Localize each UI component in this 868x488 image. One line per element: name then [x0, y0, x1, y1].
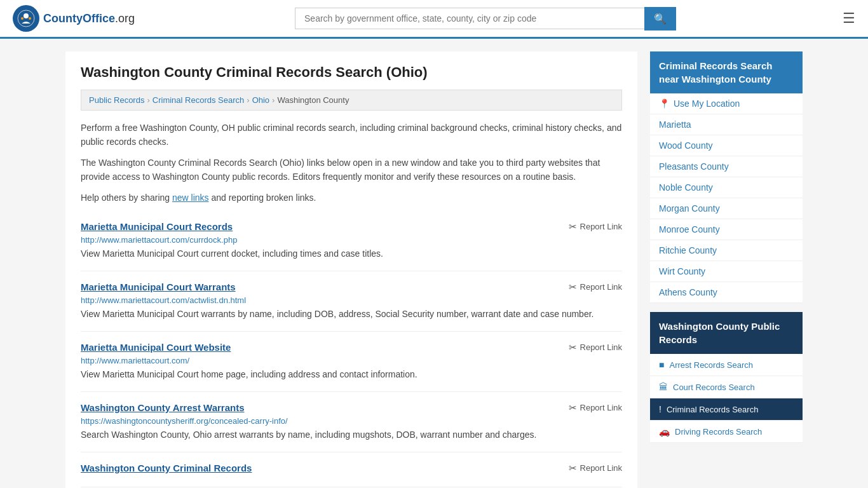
record-title-1[interactable]: Marietta Municipal Court Records [81, 221, 233, 232]
use-my-location-item[interactable]: 📍 Use My Location [650, 93, 803, 114]
svg-point-1 [24, 13, 29, 18]
record-entry-1: Marietta Municipal Court Records ✂ Repor… [81, 211, 622, 271]
criminal-icon: ! [659, 404, 661, 414]
report-icon-4: ✂ [569, 402, 577, 414]
location-icon: 📍 [659, 98, 670, 109]
pleasants-county-link[interactable]: Pleasants County [659, 161, 729, 172]
record-title-3[interactable]: Marietta Municipal Court Website [81, 342, 231, 353]
search-area: 🔍 [295, 7, 676, 30]
record-url-2[interactable]: http://www.mariettacourt.com/actwlist.dn… [81, 295, 622, 305]
logo-icon [13, 5, 39, 32]
nearby-item-morgan[interactable]: Morgan County [650, 198, 803, 219]
breadcrumb-criminal-records[interactable]: Criminal Records Search [153, 95, 245, 105]
breadcrumb-ohio[interactable]: Ohio [252, 95, 269, 105]
report-label-2: Report Link [580, 282, 622, 292]
nearby-item-ritchie[interactable]: Ritchie County [650, 240, 803, 261]
breadcrumb: Public Records › Criminal Records Search… [81, 90, 622, 111]
sep-2: › [247, 95, 249, 105]
driving-icon: 🚗 [659, 426, 670, 437]
record-url-1[interactable]: http://www.mariettacourt.com/currdock.ph… [81, 235, 622, 245]
logo-area: CountyOffice.org [13, 5, 135, 32]
new-links-link[interactable]: new links [172, 193, 209, 203]
record-desc-2: View Marietta Municipal Court warrants b… [81, 308, 622, 321]
court-icon: 🏛 [659, 382, 668, 392]
nearby-item-wirt[interactable]: Wirt County [650, 261, 803, 282]
record-entry-3: Marietta Municipal Court Website ✂ Repor… [81, 332, 622, 392]
report-link-3[interactable]: ✂ Report Link [569, 342, 622, 353]
report-label-3: Report Link [580, 342, 622, 352]
morgan-county-link[interactable]: Morgan County [659, 203, 720, 214]
record-desc-4: Search Washington County, Ohio arrest wa… [81, 428, 622, 442]
report-icon-1: ✂ [569, 221, 577, 233]
noble-county-link[interactable]: Noble County [659, 182, 713, 193]
nearby-item-monroe[interactable]: Monroe County [650, 219, 803, 240]
record-url-4[interactable]: https://washingtoncountysheriff.org/conc… [81, 416, 622, 426]
report-label-4: Report Link [580, 403, 622, 412]
criminal-records-label: Criminal Records Search [667, 405, 759, 414]
pr-item-criminal[interactable]: ! Criminal Records Search [650, 398, 803, 421]
pr-item-driving[interactable]: 🚗 Driving Records Search [650, 421, 803, 443]
search-button[interactable]: 🔍 [644, 7, 676, 30]
nearby-item-wood[interactable]: Wood County [650, 135, 803, 156]
sep-3: › [272, 95, 275, 105]
ritchie-county-link[interactable]: Ritchie County [659, 245, 717, 255]
report-icon-3: ✂ [569, 342, 577, 353]
record-title-2[interactable]: Marietta Municipal Court Warrants [81, 281, 236, 292]
wirt-county-link[interactable]: Wirt County [659, 266, 705, 276]
record-url-3[interactable]: http://www.mariettacourt.com/ [81, 356, 622, 365]
nearby-section: Criminal Records Search near Washington … [650, 51, 803, 303]
report-icon-2: ✂ [569, 281, 577, 293]
report-link-1[interactable]: ✂ Report Link [569, 221, 622, 233]
record-title-4[interactable]: Washington County Arrest Warrants [81, 402, 245, 413]
report-label-1: Report Link [580, 222, 622, 231]
nearby-item-pleasants[interactable]: Pleasants County [650, 156, 803, 177]
sep-1: › [147, 95, 149, 105]
nearby-item-athens[interactable]: Athens County [650, 282, 803, 303]
description-1: Perform a free Washington County, OH pub… [81, 121, 622, 149]
use-my-location-link[interactable]: Use My Location [674, 98, 740, 109]
record-entry-2: Marietta Municipal Court Warrants ✂ Repo… [81, 271, 622, 332]
court-records-link[interactable]: Court Records Search [673, 383, 755, 392]
pr-item-arrest[interactable]: ■ Arrest Records Search [650, 354, 803, 376]
site-header: CountyOffice.org 🔍 ☰ [0, 0, 868, 39]
driving-records-link[interactable]: Driving Records Search [675, 427, 762, 437]
description-2: The Washington County Criminal Records S… [81, 156, 622, 184]
main-container: Washington County Criminal Records Searc… [53, 39, 815, 488]
record-title-5[interactable]: Washington County Criminal Records [81, 463, 252, 473]
marietta-link[interactable]: Marietta [659, 119, 691, 130]
svg-point-3 [29, 17, 31, 20]
menu-button[interactable]: ☰ [843, 10, 855, 27]
nearby-header: Criminal Records Search near Washington … [650, 51, 803, 93]
report-link-5[interactable]: ✂ Report Link [569, 463, 622, 474]
monroe-county-link[interactable]: Monroe County [659, 224, 720, 234]
description-3: Help others by sharing new links and rep… [81, 191, 622, 205]
arrest-records-link[interactable]: Arrest Records Search [669, 360, 753, 370]
public-records-header: Washington County Public Records [650, 312, 803, 354]
nearby-item-noble[interactable]: Noble County [650, 177, 803, 198]
page-title: Washington County Criminal Records Searc… [81, 64, 622, 81]
record-entry-5: Washington County Criminal Records ✂ Rep… [81, 452, 622, 487]
wood-county-link[interactable]: Wood County [659, 140, 713, 151]
nearby-item-marietta[interactable]: Marietta [650, 114, 803, 135]
pr-item-court[interactable]: 🏛 Court Records Search [650, 376, 803, 398]
athens-county-link[interactable]: Athens County [659, 287, 717, 297]
breadcrumb-public-records[interactable]: Public Records [89, 95, 144, 105]
report-link-2[interactable]: ✂ Report Link [569, 281, 622, 293]
svg-point-2 [21, 17, 24, 20]
arrest-icon: ■ [659, 360, 664, 370]
report-icon-5: ✂ [569, 463, 577, 474]
report-link-4[interactable]: ✂ Report Link [569, 402, 622, 414]
sidebar: Criminal Records Search near Washington … [650, 51, 803, 488]
public-records-section: Washington County Public Records ■ Arres… [650, 312, 803, 443]
record-entry-4: Washington County Arrest Warrants ✂ Repo… [81, 392, 622, 452]
search-input[interactable] [295, 8, 644, 29]
record-desc-3: View Marietta Municipal Court home page,… [81, 368, 622, 381]
logo-text: CountyOffice.org [43, 12, 135, 25]
record-desc-1: View Marietta Municipal Court current do… [81, 247, 622, 261]
breadcrumb-current: Washington County [277, 95, 349, 105]
content-area: Washington County Criminal Records Searc… [65, 51, 637, 488]
report-label-5: Report Link [580, 463, 622, 473]
